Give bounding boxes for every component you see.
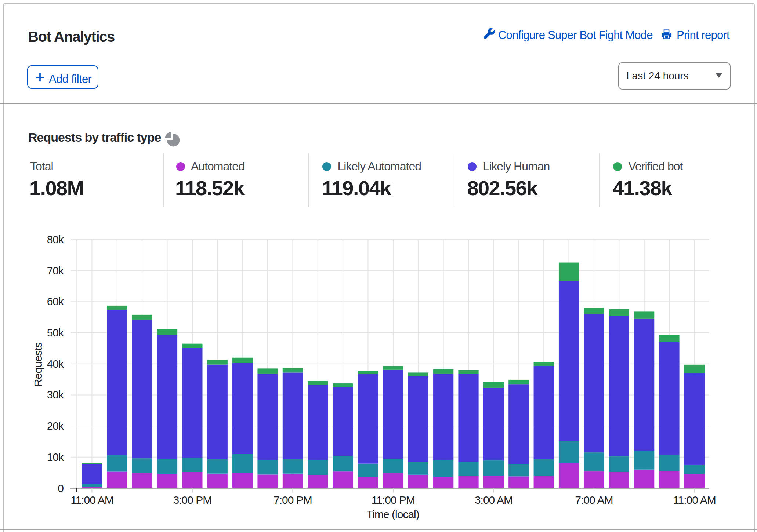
svg-text:7:00 AM: 7:00 AM	[575, 494, 613, 506]
svg-text:10k: 10k	[47, 451, 64, 463]
svg-text:3:00 PM: 3:00 PM	[173, 494, 212, 506]
svg-text:11:00 AM: 11:00 AM	[70, 494, 113, 506]
svg-text:80k: 80k	[47, 233, 64, 245]
svg-text:30k: 30k	[47, 389, 64, 401]
svg-text:7:00 PM: 7:00 PM	[274, 494, 312, 506]
svg-text:20k: 20k	[47, 420, 64, 432]
svg-text:Time (local): Time (local)	[366, 508, 419, 520]
svg-text:40k: 40k	[47, 358, 64, 370]
svg-text:50k: 50k	[47, 327, 64, 339]
svg-text:3:00 AM: 3:00 AM	[475, 494, 512, 506]
svg-text:11:00 AM: 11:00 AM	[673, 494, 716, 506]
svg-text:70k: 70k	[47, 265, 64, 277]
svg-text:11:00 PM: 11:00 PM	[372, 494, 415, 506]
svg-text:Requests: Requests	[32, 343, 44, 387]
svg-text:60k: 60k	[47, 295, 64, 307]
svg-text:0: 0	[58, 482, 64, 494]
